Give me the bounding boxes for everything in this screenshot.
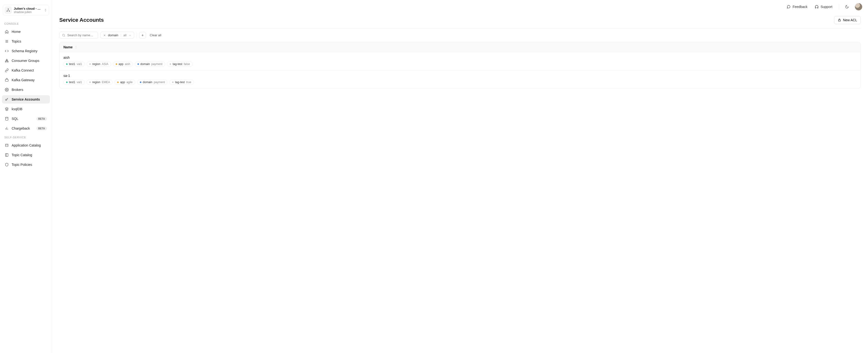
search-input[interactable]: [67, 33, 95, 37]
theme-toggle[interactable]: [843, 3, 851, 11]
tag-key: tag-test: [173, 62, 182, 66]
bar-chart-icon: [5, 127, 9, 130]
filter-row: domainall Clear all: [59, 32, 861, 39]
table-row[interactable]: aishtest1val1regionASIAappaishdomainpaym…: [60, 52, 861, 70]
support-link[interactable]: Support: [812, 3, 835, 10]
chat-icon: [787, 5, 790, 9]
svg-rect-10: [6, 144, 8, 147]
filter-chip-label: domain: [108, 33, 118, 37]
sidebar-item-kafka-gateway[interactable]: Kafka Gateway: [2, 76, 50, 84]
shield-icon: [5, 163, 9, 167]
tag-pill[interactable]: domainpayment: [137, 79, 167, 85]
sidebar-item-label: ksqlDB: [11, 107, 47, 111]
tag-dot-icon: [89, 81, 91, 83]
tag-value: agile: [126, 80, 132, 84]
divider: [839, 4, 839, 10]
col-name-label: Name: [63, 45, 73, 49]
section-console-label: CONSOLE: [2, 20, 50, 26]
tag-value: payment: [151, 62, 162, 66]
sidebar-item-sql[interactable]: SQL BETA: [2, 115, 50, 123]
tag-pill[interactable]: test1val1: [63, 61, 85, 67]
svg-point-7: [6, 89, 7, 90]
row-tags: test1val1regionEMEAappagiledomainpayment…: [63, 79, 857, 85]
tag-dot-icon: [116, 63, 117, 65]
new-acl-button[interactable]: New ACL: [834, 16, 861, 24]
chevron-up-down-icon: [44, 8, 47, 12]
sidebar-item-label: Schema Registry: [11, 49, 47, 53]
list-header[interactable]: Name: [60, 42, 861, 52]
sidebar-item-home[interactable]: Home: [2, 28, 50, 36]
svg-rect-11: [6, 153, 8, 156]
filter-chip-domain[interactable]: domainall: [100, 32, 134, 39]
sidebar-item-label: Home: [11, 30, 47, 34]
svg-point-1: [7, 11, 7, 11]
beta-badge: BETA: [36, 127, 47, 130]
tag-value: val1: [77, 62, 82, 66]
plus-icon: [141, 34, 144, 37]
tag-pill[interactable]: domainpayment: [135, 61, 165, 67]
tag-pill[interactable]: appaish: [113, 61, 133, 67]
search-wrap[interactable]: [59, 32, 98, 39]
user-avatar[interactable]: [855, 3, 862, 10]
cluster-title: Julien's cloud - Kafka: [14, 7, 42, 10]
tag-dot-icon: [89, 63, 91, 65]
sidebar-item-label: Topic Catalog: [11, 153, 47, 157]
add-filter-button[interactable]: [139, 32, 146, 39]
svg-point-8: [6, 99, 7, 100]
tag-dot-icon: [172, 81, 174, 83]
sidebar-item-topic-policies[interactable]: Topic Policies: [2, 161, 50, 169]
chevron-down-icon: [128, 34, 131, 37]
sidebar-item-label: Topics: [11, 39, 47, 43]
feedback-link[interactable]: Feedback: [784, 3, 810, 10]
tag-key: domain: [141, 62, 150, 66]
tag-dot-icon: [66, 63, 67, 65]
tag-pill[interactable]: regionASIA: [87, 61, 111, 67]
clear-all-filters[interactable]: Clear all: [148, 32, 163, 38]
row-tags: test1val1regionASIAappaishdomainpaymentt…: [63, 61, 857, 67]
tag-pill[interactable]: tag-testfalse: [167, 61, 192, 67]
tag-dot-icon: [117, 81, 119, 83]
sidebar-item-topic-catalog[interactable]: Topic Catalog: [2, 151, 50, 159]
sidebar-item-schema-registry[interactable]: Schema Registry: [2, 47, 50, 55]
tag-pill[interactable]: tag-testtrue: [169, 79, 194, 85]
sidebar-item-ksqldb[interactable]: ksqlDB: [2, 105, 50, 113]
tag-dot-icon: [170, 63, 171, 65]
close-icon[interactable]: [103, 34, 106, 37]
tag-pill[interactable]: regionEMEA: [87, 79, 113, 85]
gateway-icon: [5, 78, 9, 82]
database-icon: [5, 117, 9, 121]
lock-icon: [838, 19, 841, 22]
moon-icon: [845, 5, 849, 9]
sidebar-item-label: Kafka Connect: [11, 68, 47, 72]
sidebar-item-consumer-groups[interactable]: Consumer Groups: [2, 57, 50, 65]
row-name: sa-1: [63, 74, 857, 78]
svg-point-13: [62, 34, 64, 36]
svg-point-2: [9, 11, 10, 11]
link-icon: [5, 68, 9, 72]
section-self-service-label: SELF-SERVICE: [2, 134, 50, 140]
sidebar-item-label: SQL: [11, 117, 33, 121]
page-title: Service Accounts: [59, 17, 104, 23]
cluster-picker[interactable]: Julien's cloud - Kafka shadow-julien: [3, 5, 49, 15]
tag-pill[interactable]: test1val1: [63, 79, 85, 85]
divider: [136, 33, 137, 38]
sort-icon: [74, 46, 78, 48]
table-row[interactable]: sa-1test1val1regionEMEAappagiledomainpay…: [60, 70, 861, 88]
cluster-subtitle: shadow-julien: [14, 10, 42, 14]
sidebar-item-application-catalog[interactable]: Application Catalog: [2, 141, 50, 149]
sidebar-item-kafka-connect[interactable]: Kafka Connect: [2, 66, 50, 74]
sidebar-item-topics[interactable]: Topics: [2, 37, 50, 45]
sidebar-item-service-accounts[interactable]: Service Accounts: [2, 95, 50, 104]
filter-chips: domainall: [100, 32, 134, 39]
tag-pill[interactable]: appagile: [115, 79, 135, 85]
beta-badge: BETA: [36, 117, 47, 121]
sidebar-item-chargeback[interactable]: Chargeback BETA: [2, 124, 50, 133]
sidebar-item-label: Kafka Gateway: [11, 78, 47, 82]
tag-key: domain: [143, 80, 152, 84]
sidebar-item-brokers[interactable]: Brokers: [2, 85, 50, 94]
svg-rect-5: [7, 61, 8, 62]
tag-dot-icon: [66, 81, 67, 83]
feedback-label: Feedback: [793, 5, 807, 9]
sidebar: Julien's cloud - Kafka shadow-julien CON…: [0, 0, 52, 353]
page-header: Service Accounts New ACL: [59, 16, 861, 29]
